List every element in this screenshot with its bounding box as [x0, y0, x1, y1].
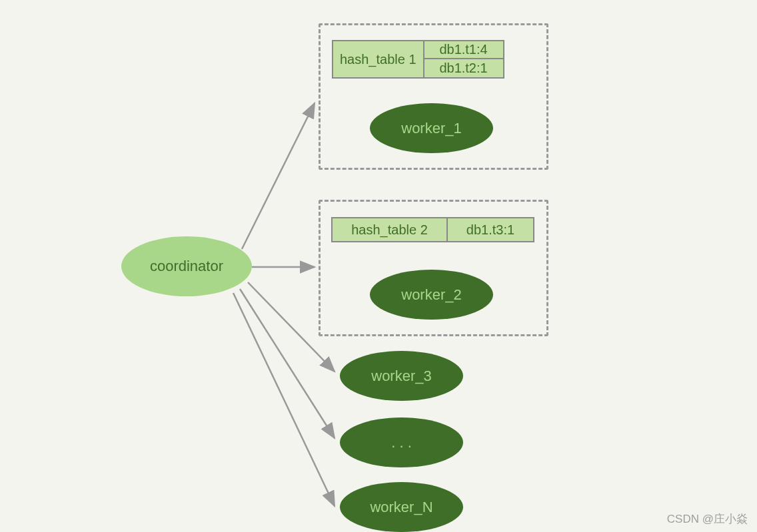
worker-2-node: worker_2: [370, 270, 493, 320]
worker-1-label: worker_1: [401, 120, 461, 137]
hash-table-1-entry-1: db1.t1:4: [424, 40, 504, 59]
hash-table-1-entry-2: db1.t2:1: [424, 59, 504, 79]
worker-ellipsis-label: . . .: [391, 434, 412, 451]
hash-table-1-name: hash_table 1: [332, 40, 424, 79]
coordinator-node: coordinator: [121, 236, 252, 296]
worker-3-node: worker_3: [340, 351, 463, 401]
hash-table-2-entry-1: db1.t3:1: [448, 217, 534, 242]
worker-ellipsis-node: . . .: [340, 417, 463, 467]
hash-table-2-name: hash_table 2: [331, 217, 448, 242]
coordinator-label: coordinator: [150, 258, 223, 275]
worker-2-label: worker_2: [401, 286, 461, 304]
svg-line-1: [242, 103, 315, 249]
hash-table-2: hash_table 2 db1.t3:1: [331, 217, 534, 242]
worker-n-node: worker_N: [340, 482, 463, 532]
hash-table-1-entries: db1.t1:4 db1.t2:1: [424, 40, 504, 79]
diagram-canvas: coordinator hash_table 1 db1.t1:4 db1.t2…: [0, 0, 757, 532]
hash-table-1: hash_table 1 db1.t1:4 db1.t2:1: [332, 40, 504, 79]
watermark-text: CSDN @庄小焱: [667, 511, 748, 527]
worker-1-node: worker_1: [370, 103, 493, 153]
worker-3-label: worker_3: [371, 368, 431, 385]
worker-n-label: worker_N: [370, 499, 432, 516]
